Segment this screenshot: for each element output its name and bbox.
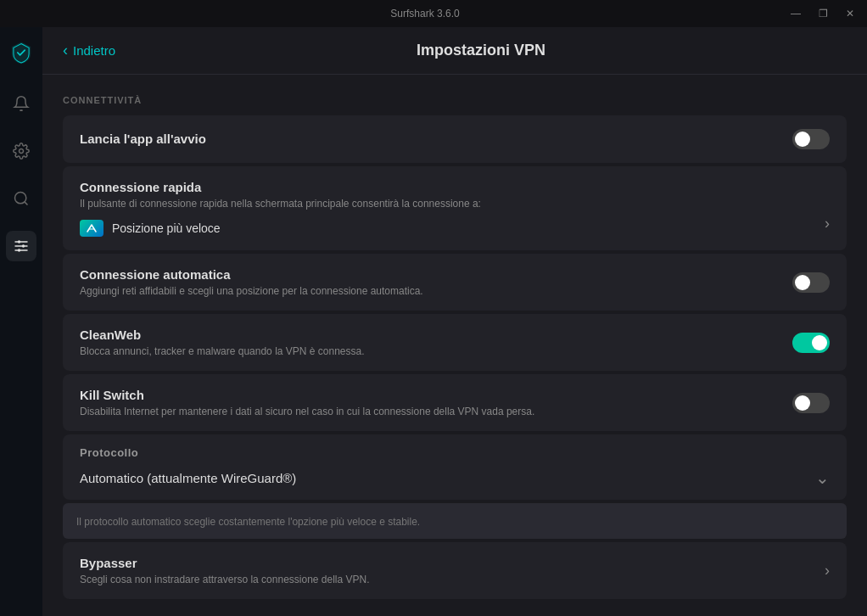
close-button[interactable]: ✕ [843, 8, 857, 20]
setting-row-launch: Lancia l'app all'avvio [63, 115, 847, 163]
setting-row-main-rapid: Connessione rapida Il pulsante di connes… [80, 180, 830, 210]
bypasser-chevron-icon[interactable]: › [825, 562, 830, 580]
minimize-button[interactable]: — [789, 8, 803, 20]
setting-title-rapid: Connessione rapida [80, 180, 830, 194]
sidebar-icon-settings[interactable] [6, 231, 36, 261]
setting-desc-cleanweb: Blocca annunci, tracker e malware quando… [80, 345, 792, 357]
toggle-track-killswitch[interactable] [792, 393, 830, 413]
toggle-track-cleanweb[interactable] [792, 333, 830, 353]
setting-row-cleanweb: CleanWeb Blocca annunci, tracker e malwa… [63, 314, 847, 371]
protocol-section: Protocollo Automatico (attualmente WireG… [63, 434, 847, 539]
svg-point-1 [15, 193, 26, 204]
setting-info-killswitch: Kill Switch Disabilita Internet per mant… [80, 388, 792, 417]
setting-info-auto-connect: Connessione automatica Aggiungi reti aff… [80, 267, 792, 297]
setting-title-cleanweb: CleanWeb [80, 328, 792, 342]
toggle-track-auto-connect[interactable] [792, 272, 830, 293]
toggle-cleanweb[interactable] [792, 333, 830, 353]
svg-line-2 [25, 202, 28, 205]
toggle-thumb-launch [795, 132, 810, 147]
sidebar [0, 27, 42, 616]
setting-title-bypasser: Bypasser [80, 556, 825, 570]
setting-info-bypasser: Bypasser Scegli cosa non instradare attr… [80, 556, 825, 585]
window-controls[interactable]: — ❐ ✕ [789, 8, 857, 20]
protocol-desc-text: Il protocollo automatico sceglie costant… [76, 516, 420, 528]
setting-row-killswitch: Kill Switch Disabilita Internet per mant… [63, 374, 847, 431]
setting-row-rapid-connect: Connessione rapida Il pulsante di connes… [63, 166, 847, 250]
svg-point-0 [20, 149, 24, 154]
protocol-desc-box: Il protocollo automatico sceglie costant… [63, 503, 847, 539]
settings-scroll-area[interactable]: CONNETTIVITÀ Lancia l'app all'avvio Conn… [42, 75, 867, 616]
sidebar-icon-search[interactable] [6, 183, 36, 214]
protocol-chevron-icon[interactable]: ⌄ [815, 468, 830, 488]
page-title: Impostazioni VPN [115, 42, 847, 59]
content-area: ‹ Indietro Impostazioni VPN CONNETTIVITÀ… [42, 27, 867, 616]
setting-row-bypasser[interactable]: Bypasser Scegli cosa non instradare attr… [63, 542, 847, 599]
toggle-track-launch[interactable] [792, 129, 830, 149]
protocol-selected-value: Automatico (attualmente WireGuard®) [80, 471, 296, 485]
titlebar: Surfshark 3.6.0 — ❐ ✕ [0, 0, 867, 27]
svg-point-6 [18, 240, 20, 243]
app-container: ‹ Indietro Impostazioni VPN CONNETTIVITÀ… [0, 27, 867, 616]
maximize-button[interactable]: ❐ [816, 8, 830, 20]
toggle-killswitch[interactable] [792, 393, 830, 413]
rapid-connect-option: Posizione più veloce [80, 220, 825, 237]
setting-info-rapid: Connessione rapida Il pulsante di connes… [80, 180, 830, 210]
setting-title-launch: Lancia l'app all'avvio [80, 132, 792, 146]
sidebar-icon-bell[interactable] [6, 88, 36, 119]
setting-title-auto-connect: Connessione automatica [80, 267, 792, 282]
rapid-connect-chevron-icon[interactable]: › [825, 215, 830, 232]
svg-point-7 [22, 244, 25, 247]
toggle-thumb-cleanweb [812, 335, 827, 350]
setting-row-auto-connect: Connessione automatica Aggiungi reti aff… [63, 254, 847, 311]
setting-title-killswitch: Kill Switch [80, 388, 792, 402]
sidebar-icon-gear[interactable] [6, 136, 36, 166]
header: ‹ Indietro Impostazioni VPN [42, 27, 867, 75]
setting-info-cleanweb: CleanWeb Blocca annunci, tracker e malwa… [80, 328, 792, 357]
svg-point-8 [18, 249, 20, 251]
back-label: Indietro [73, 43, 115, 58]
back-arrow-icon: ‹ [63, 42, 68, 59]
toggle-thumb-auto-connect [795, 275, 810, 290]
back-button[interactable]: ‹ Indietro [63, 42, 115, 59]
setting-info-launch: Lancia l'app all'avvio [80, 132, 792, 148]
protocol-label: Protocollo [80, 446, 830, 459]
setting-desc-bypasser: Scegli cosa non instradare attraverso la… [80, 574, 825, 585]
app-title: Surfshark 3.6.0 [61, 8, 789, 20]
rapid-connect-option-row[interactable]: Posizione più veloce › [80, 210, 830, 237]
toggle-thumb-killswitch [795, 395, 810, 411]
section-connectivity-label: CONNETTIVITÀ [63, 88, 847, 115]
toggle-launch[interactable] [792, 129, 830, 149]
rapid-connect-label: Posizione più veloce [112, 221, 221, 235]
toggle-auto-connect[interactable] [792, 272, 830, 293]
setting-desc-rapid: Il pulsante di connessione rapida nella … [80, 198, 830, 210]
protocol-row[interactable]: Protocollo Automatico (attualmente WireG… [63, 434, 847, 500]
speed-icon [80, 220, 103, 237]
setting-desc-auto-connect: Aggiungi reti affidabili e scegli una po… [80, 285, 792, 297]
setting-desc-killswitch: Disabilita Internet per mantenere i dati… [80, 406, 792, 417]
protocol-selected-row: Automatico (attualmente WireGuard®) ⌄ [80, 468, 830, 488]
logo [9, 41, 33, 68]
